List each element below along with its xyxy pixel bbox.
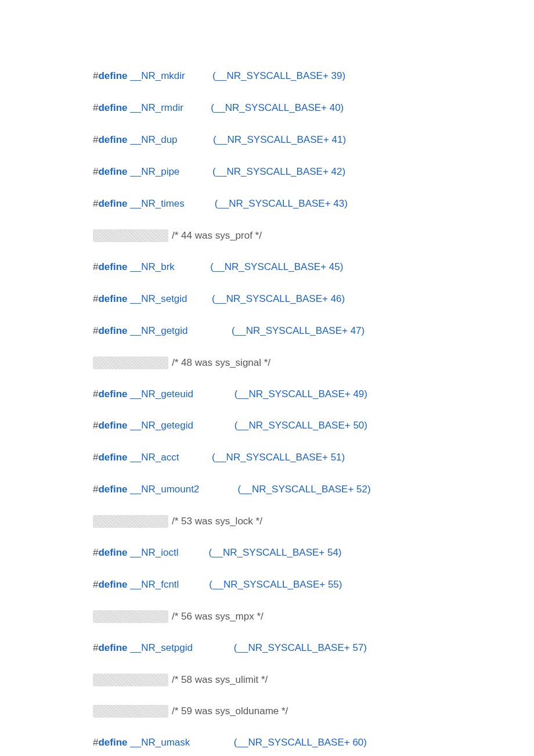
define-line: #define __NR_ioctl (__NR_SYSCALL_BASE+ 5… [93, 546, 511, 560]
macro-name: __NR_umount2 [128, 484, 200, 495]
keyword-define: define [98, 484, 127, 495]
macro-value: (__NR_SYSCALL_BASE+ 55) [209, 579, 342, 590]
macro-value: (__NR_SYSCALL_BASE+ 39) [212, 70, 345, 81]
comment-text: /* 44 was sys_prof */ [172, 230, 262, 242]
spacing [175, 261, 210, 272]
macro-value: (__NR_SYSCALL_BASE+ 50) [234, 420, 367, 431]
comment-text: /* 58 was sys_ulimit */ [172, 674, 268, 686]
define-line: #define __NR_getgid (__NR_SYSCALL_BASE+ … [93, 325, 511, 338]
macro-value: (__NR_SYSCALL_BASE+ 41) [213, 134, 346, 145]
macro-value: (__NR_SYSCALL_BASE+ 60) [234, 737, 367, 748]
comment-line: /* 56 was sys_mpx */ [93, 610, 511, 623]
keyword-define: define [98, 737, 127, 748]
comment-line: /* 59 was sys_olduname */ [93, 705, 511, 718]
spacing [178, 547, 208, 558]
keyword-define: define [98, 166, 127, 177]
define-line: #define __NR_dup (__NR_SYSCALL_BASE+ 41) [93, 134, 511, 147]
macro-name: __NR_getgid [128, 325, 188, 336]
macro-name: __NR_getegid [128, 420, 193, 431]
macro-value: (__NR_SYSCALL_BASE+ 51) [212, 452, 345, 463]
keyword-define: define [98, 547, 127, 558]
indent-box [93, 515, 168, 528]
spacing [187, 293, 212, 304]
code-block: #define __NR_mkdir (__NR_SYSCALL_BASE+ 3… [0, 0, 534, 756]
macro-value: (__NR_SYSCALL_BASE+ 43) [215, 198, 348, 209]
define-line: #define __NR_mkdir (__NR_SYSCALL_BASE+ 3… [93, 70, 511, 83]
indent-box [93, 705, 168, 718]
define-line: #define __NR_umount2 (__NR_SYSCALL_BASE+… [93, 483, 511, 496]
indent-box [93, 357, 168, 369]
spacing [190, 737, 234, 748]
define-line: #define __NR_brk (__NR_SYSCALL_BASE+ 45) [93, 261, 511, 274]
comment-line: /* 53 was sys_lock */ [93, 515, 511, 528]
spacing [185, 70, 212, 81]
keyword-define: define [98, 642, 127, 653]
define-line: #define __NR_pipe (__NR_SYSCALL_BASE+ 42… [93, 165, 511, 179]
spacing [179, 579, 209, 590]
define-line: #define __NR_acct (__NR_SYSCALL_BASE+ 51… [93, 451, 511, 465]
macro-value: (__NR_SYSCALL_BASE+ 52) [237, 484, 370, 495]
spacing [188, 325, 232, 336]
macro-name: __NR_dup [128, 134, 178, 145]
define-line: #define __NR_umask (__NR_SYSCALL_BASE+ 6… [93, 736, 511, 750]
macro-name: __NR_brk [128, 261, 175, 272]
indent-box [93, 610, 168, 623]
keyword-define: define [98, 579, 127, 590]
define-line: #define __NR_setgid (__NR_SYSCALL_BASE+ … [93, 293, 511, 306]
define-line: #define __NR_setpgid (__NR_SYSCALL_BASE+… [93, 642, 511, 655]
spacing [185, 198, 215, 209]
macro-name: __NR_setpgid [128, 642, 193, 653]
keyword-define: define [98, 198, 127, 209]
keyword-define: define [98, 261, 127, 272]
macro-name: __NR_pipe [128, 166, 180, 177]
spacing [178, 134, 213, 145]
macro-name: __NR_geteuid [128, 388, 193, 399]
comment-line: /* 44 was sys_prof */ [93, 229, 511, 242]
macro-value: (__NR_SYSCALL_BASE+ 46) [212, 293, 345, 304]
keyword-define: define [98, 293, 127, 304]
comment-text: /* 56 was sys_mpx */ [172, 611, 264, 622]
spacing [193, 420, 234, 431]
define-line: #define __NR_times (__NR_SYSCALL_BASE+ 4… [93, 197, 511, 211]
macro-value: (__NR_SYSCALL_BASE+ 49) [234, 388, 367, 399]
macro-value: (__NR_SYSCALL_BASE+ 40) [211, 102, 344, 113]
macro-name: __NR_fcntl [128, 579, 179, 590]
spacing [193, 642, 234, 653]
macro-value: (__NR_SYSCALL_BASE+ 42) [212, 166, 345, 177]
define-line: #define __NR_fcntl (__NR_SYSCALL_BASE+ 5… [93, 578, 511, 592]
keyword-define: define [98, 388, 127, 399]
macro-name: __NR_acct [128, 452, 179, 463]
spacing [179, 166, 212, 177]
define-line: #define __NR_geteuid (__NR_SYSCALL_BASE+… [93, 388, 511, 401]
indent-box [93, 229, 168, 242]
define-line: #define __NR_getegid (__NR_SYSCALL_BASE+… [93, 419, 511, 433]
keyword-define: define [98, 134, 127, 145]
macro-name: __NR_mkdir [128, 70, 185, 81]
comment-text: /* 59 was sys_olduname */ [172, 705, 288, 717]
comment-line: /* 48 was sys_signal */ [93, 357, 511, 369]
macro-value: (__NR_SYSCALL_BASE+ 45) [210, 261, 343, 272]
define-line: #define __NR_rmdir (__NR_SYSCALL_BASE+ 4… [93, 102, 511, 115]
spacing [179, 452, 212, 463]
comment-line: /* 58 was sys_ulimit */ [93, 674, 511, 686]
keyword-define: define [98, 325, 127, 336]
macro-name: __NR_ioctl [128, 547, 179, 558]
indent-box [93, 674, 168, 686]
spacing [183, 102, 211, 113]
macro-name: __NR_umask [128, 737, 190, 748]
macro-name: __NR_setgid [128, 293, 187, 304]
keyword-define: define [98, 452, 127, 463]
macro-value: (__NR_SYSCALL_BASE+ 57) [234, 642, 367, 653]
macro-value: (__NR_SYSCALL_BASE+ 54) [208, 547, 341, 558]
comment-text: /* 48 was sys_signal */ [172, 357, 270, 369]
macro-name: __NR_rmdir [128, 102, 183, 113]
keyword-define: define [98, 70, 127, 81]
comment-text: /* 53 was sys_lock */ [172, 516, 262, 527]
macro-value: (__NR_SYSCALL_BASE+ 47) [232, 325, 365, 336]
keyword-define: define [98, 102, 127, 113]
keyword-define: define [98, 420, 127, 431]
spacing [193, 388, 234, 399]
macro-name: __NR_times [128, 198, 185, 209]
spacing [199, 484, 237, 495]
